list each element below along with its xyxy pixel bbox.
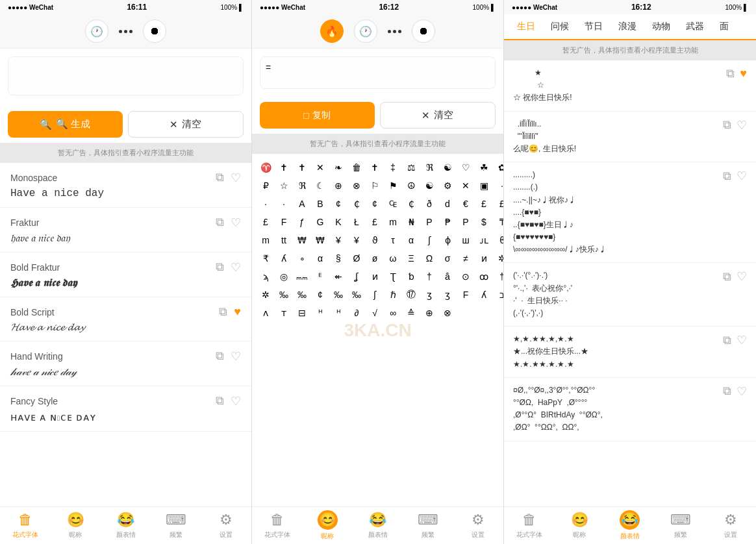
clear-button-2[interactable]: ✕ 清空 bbox=[380, 102, 496, 129]
nav-frequent-2[interactable]: ⌨ 频繁 bbox=[403, 507, 453, 544]
tab-weapons[interactable]: 武器 bbox=[678, 14, 712, 40]
copy-icon-hand-writing[interactable]: ⧉ bbox=[216, 349, 224, 364]
symbol-cell[interactable]: ₩ bbox=[312, 232, 329, 249]
nav-font-2[interactable]: 🗑 花式字体 bbox=[252, 507, 302, 544]
symbol-cell[interactable]: · bbox=[275, 195, 292, 212]
tab-romantic[interactable]: 浪漫 bbox=[611, 14, 644, 40]
nav-settings-1[interactable]: ⚙ 设置 bbox=[201, 507, 251, 544]
nav-settings-3[interactable]: ⚙ 设置 bbox=[705, 507, 756, 544]
nav-nickname-3[interactable]: 😊 昵称 bbox=[555, 507, 605, 544]
nav-emoji-1[interactable]: 😂 颜表情 bbox=[101, 507, 151, 544]
heart-icon-emoji-3[interactable]: ♡ bbox=[737, 169, 747, 183]
symbol-cell[interactable]: K bbox=[330, 214, 347, 230]
symbol-cell[interactable]: ᴊʟ bbox=[475, 232, 492, 249]
symbol-cell[interactable]: ₵ bbox=[348, 195, 365, 212]
copy-button-2[interactable]: □ 复制 bbox=[260, 102, 375, 129]
symbol-cell[interactable]: £ bbox=[475, 195, 492, 212]
symbol-cell[interactable]: ✕ bbox=[312, 159, 329, 176]
copy-icon-emoji-2[interactable]: ⧉ bbox=[723, 118, 731, 132]
symbol-cell[interactable]: ₵ bbox=[403, 195, 420, 212]
symbol-cell[interactable]: € bbox=[457, 195, 474, 212]
symbol-cell[interactable]: ✲ bbox=[257, 286, 274, 303]
copy-icon-fancy[interactable]: ⧉ bbox=[216, 394, 224, 408]
symbol-cell[interactable]: ☯ bbox=[439, 159, 456, 176]
symbol-cell[interactable]: ⑰ bbox=[403, 286, 420, 303]
symbol-cell[interactable]: α bbox=[312, 250, 329, 267]
symbol-cell[interactable]: Ʈ bbox=[384, 268, 401, 285]
symbol-cell[interactable]: · bbox=[257, 195, 274, 212]
symbol-cell[interactable]: P bbox=[457, 214, 474, 230]
symbol-cell[interactable]: ✝ bbox=[275, 159, 292, 176]
symbol-cell[interactable]: ¢ bbox=[366, 195, 383, 212]
symbol-cell[interactable]: ð bbox=[421, 195, 438, 212]
symbol-cell[interactable]: ‰ bbox=[275, 286, 292, 303]
copy-icon-bold-fraktur[interactable]: ⧉ bbox=[216, 260, 224, 275]
nav-frequent-3[interactable]: ⌨ 频繁 bbox=[655, 507, 706, 544]
symbol-cell[interactable]: ᴴ bbox=[330, 304, 347, 321]
symbol-cell[interactable]: ‰ bbox=[348, 286, 365, 303]
heart-icon-monospace[interactable]: ♡ bbox=[231, 171, 241, 185]
heart-icon-emoji-4[interactable]: ♡ bbox=[737, 269, 747, 284]
symbol-cell[interactable]: ϡ bbox=[257, 268, 274, 285]
generate-button[interactable]: 🔍 🔍 生成 bbox=[8, 111, 123, 138]
symbol-cell[interactable]: ∞ bbox=[384, 304, 401, 321]
symbol-cell[interactable]: ⊕ bbox=[330, 177, 347, 194]
symbol-cell[interactable]: ℜ bbox=[421, 159, 438, 176]
symbol-cell[interactable]: ϕ bbox=[439, 232, 456, 249]
symbol-cell[interactable]: ₠ bbox=[384, 195, 401, 212]
tab-greeting[interactable]: 问候 bbox=[543, 14, 577, 40]
copy-icon-emoji-3[interactable]: ⧉ bbox=[723, 169, 731, 183]
clock-btn-1[interactable]: 🕐 bbox=[85, 19, 108, 43]
symbol-cell[interactable]: ℏ bbox=[384, 286, 401, 303]
symbol-cell[interactable]: F bbox=[457, 286, 474, 303]
nav-settings-2[interactable]: ⚙ 设置 bbox=[453, 507, 503, 544]
symbol-cell[interactable]: ᴎ bbox=[475, 250, 492, 267]
symbol-cell[interactable]: ᴛ bbox=[275, 304, 292, 321]
symbol-cell[interactable]: 🗑 bbox=[348, 159, 365, 176]
symbol-cell[interactable]: σ bbox=[439, 250, 456, 267]
symbol-cell[interactable]: √ bbox=[366, 304, 383, 321]
heart-icon-hand-writing[interactable]: ♡ bbox=[231, 349, 241, 364]
symbol-cell[interactable]: G bbox=[312, 214, 329, 230]
symbol-cell[interactable]: m bbox=[384, 214, 401, 230]
symbol-cell[interactable]: ʒ bbox=[421, 286, 438, 303]
symbol-cell[interactable]: ʒ bbox=[439, 286, 456, 303]
symbol-cell[interactable]: ⊗ bbox=[348, 177, 365, 194]
symbol-cell[interactable]: â bbox=[439, 268, 456, 285]
symbol-cell[interactable]: ‡ bbox=[384, 159, 401, 176]
symbol-cell[interactable]: ✝ bbox=[366, 159, 383, 176]
heart-icon-emoji-2[interactable]: ♡ bbox=[737, 118, 747, 132]
symbol-cell[interactable]: ʎ bbox=[475, 286, 492, 303]
symbol-cell[interactable]: ₩ bbox=[294, 232, 310, 249]
symbol-cell[interactable]: τ bbox=[384, 232, 401, 249]
record-btn-2[interactable]: ⏺ bbox=[412, 19, 435, 43]
copy-icon-fraktur[interactable]: ⧉ bbox=[216, 216, 224, 230]
symbol-cell[interactable]: P bbox=[421, 214, 438, 230]
symbol-cell[interactable]: α bbox=[403, 232, 420, 249]
symbol-cell[interactable]: ⊟ bbox=[294, 304, 310, 321]
copy-icon-bold-script[interactable]: ⧉ bbox=[219, 305, 227, 319]
symbol-cell[interactable]: B bbox=[312, 195, 329, 212]
symbol-cell[interactable]: ᴧ bbox=[257, 304, 274, 321]
symbol-cell[interactable]: ≠ bbox=[457, 250, 474, 267]
symbol-cell[interactable]: ∘ bbox=[294, 250, 310, 267]
nav-nickname-1[interactable]: 😊 昵称 bbox=[50, 507, 100, 544]
heart-icon-bold-fraktur[interactable]: ♡ bbox=[231, 260, 241, 275]
copy-icon-emoji-1[interactable]: ⧉ bbox=[726, 67, 735, 80]
symbol-cell[interactable]: ¥ bbox=[330, 232, 347, 249]
symbol-cell[interactable]: ϐ bbox=[494, 232, 503, 249]
symbol-cell[interactable]: ✲ bbox=[494, 250, 503, 267]
nav-frequent-1[interactable]: ⌨ 频繁 bbox=[151, 507, 201, 544]
tab-face[interactable]: 面 bbox=[712, 14, 737, 40]
symbol-cell[interactable]: ʃ bbox=[366, 286, 383, 303]
symbol-cell[interactable]: ✕ bbox=[457, 177, 474, 194]
symbol-cell[interactable]: ♡ bbox=[457, 159, 474, 176]
symbol-cell[interactable]: † bbox=[421, 268, 438, 285]
symbol-cell[interactable]: ⚑ bbox=[384, 177, 401, 194]
symbol-cell[interactable]: £ bbox=[257, 214, 274, 230]
symbol-cell[interactable]: ‰ bbox=[330, 286, 347, 303]
symbol-cell[interactable]: ℜ bbox=[294, 177, 310, 194]
symbol-cell[interactable]: £ bbox=[494, 195, 503, 212]
symbol-cell[interactable]: Ł bbox=[348, 214, 365, 230]
dots-btn-1[interactable] bbox=[119, 30, 132, 33]
